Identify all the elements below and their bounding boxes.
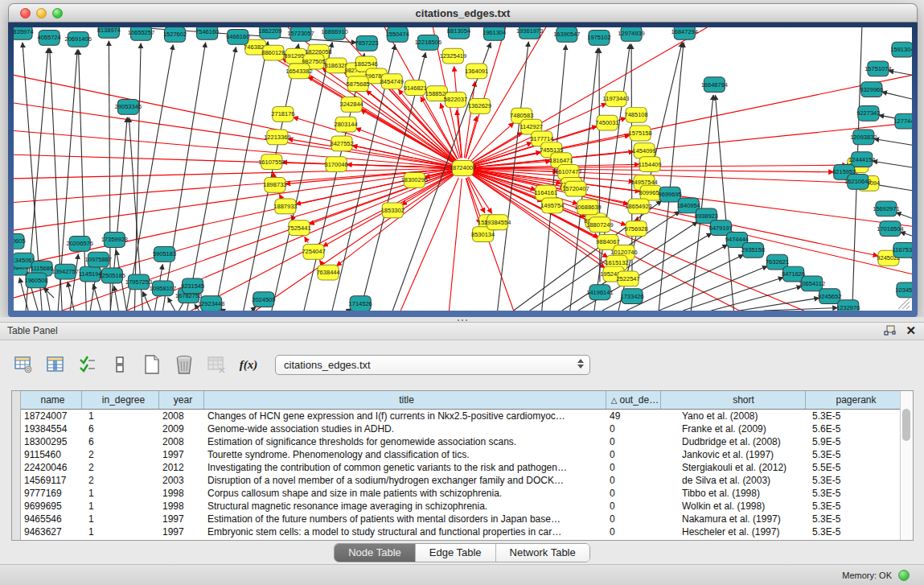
table-cell[interactable]: Wolkin et al. (1998): [661, 500, 806, 513]
network-node[interactable]: 12218506: [415, 35, 441, 50]
network-edge[interactable]: [168, 298, 175, 311]
network-node[interactable]: 9227343: [856, 105, 880, 121]
network-edge[interactable]: [70, 254, 78, 311]
table-cell[interactable]: Yano et al. (2008): [661, 410, 806, 422]
table-cell[interactable]: 0: [606, 500, 661, 513]
table-cell[interactable]: 5.3E-5: [806, 500, 900, 513]
network-node[interactable]: 1550474: [386, 27, 409, 42]
network-node[interactable]: 9245652: [818, 289, 841, 304]
table-cell[interactable]: Embryonic stem cells: a model to study s…: [204, 525, 606, 538]
table-cell[interactable]: Tourette syndrome. Phenomenology and cla…: [204, 448, 606, 461]
network-node[interactable]: 14196141: [586, 285, 613, 300]
network-edge[interactable]: [473, 171, 878, 256]
table-cell[interactable]: 1: [82, 513, 159, 525]
network-node[interactable]: 7525441: [287, 220, 310, 236]
table-cell[interactable]: Jankovic et al. (1997): [661, 448, 806, 461]
table-cell[interactable]: 2: [82, 461, 159, 474]
tab-edge-table[interactable]: Edge Table: [416, 544, 496, 562]
network-edge[interactable]: [114, 286, 119, 311]
table-cell[interactable]: 5.5E-5: [806, 461, 900, 474]
table-cell[interactable]: 9465546: [21, 513, 82, 525]
network-node[interactable]: 1167534: [893, 242, 912, 257]
column-header-title[interactable]: title: [204, 391, 606, 409]
table-cell[interactable]: Stergiakouli et al. (2012): [661, 461, 806, 474]
column-header-year[interactable]: year: [159, 391, 204, 409]
network-edge[interactable]: [252, 307, 257, 311]
column-header-short[interactable]: short: [661, 391, 806, 409]
network-edge[interactable]: [256, 174, 454, 311]
table-cell[interactable]: Nakamura et al. (1997): [661, 513, 806, 525]
table-row[interactable]: 946554611997Estimation of the future num…: [21, 513, 900, 525]
table-cell[interactable]: 1997: [159, 448, 204, 461]
network-node[interactable]: 7485108: [624, 107, 647, 122]
network-edge[interactable]: [472, 27, 708, 163]
network-node[interactable]: 20206576: [67, 237, 93, 252]
network-edge[interactable]: [14, 103, 453, 167]
table-cell[interactable]: 2009: [159, 422, 204, 435]
function-builder-icon[interactable]: f(x): [236, 352, 261, 377]
network-node[interactable]: 9699695: [659, 187, 682, 202]
column-header-out-de-[interactable]: △out_de…: [606, 391, 661, 409]
network-node[interactable]: 12325419: [440, 48, 466, 64]
table-cell[interactable]: 9777169: [21, 487, 82, 500]
window-titlebar[interactable]: citations_edges.txt: [8, 3, 918, 23]
column-header-name[interactable]: name: [21, 391, 82, 409]
network-edge[interactable]: [466, 27, 505, 159]
table-row[interactable]: 1456911722003Disruption of a novel membe…: [21, 474, 900, 487]
network-node[interactable]: 1835974: [14, 27, 34, 39]
network-node[interactable]: 19384554: [484, 215, 511, 230]
network-node[interactable]: 16847294: [671, 27, 698, 39]
network-node[interactable]: 7857223: [355, 35, 379, 51]
row-options-icon[interactable]: [108, 352, 132, 377]
table-row[interactable]: 1830029562008Estimation of significance …: [21, 435, 900, 448]
network-node[interactable]: 2522547: [616, 271, 639, 286]
network-node[interactable]: 11973443: [603, 92, 630, 107]
network-node[interactable]: 1364091: [465, 64, 488, 79]
network-edge[interactable]: [764, 308, 838, 311]
table-cell[interactable]: 5.3E-5: [806, 487, 900, 500]
network-edge[interactable]: [14, 169, 453, 203]
table-cell[interactable]: 19384554: [21, 422, 82, 435]
table-cell[interactable]: Tibbo et al. (1998): [661, 487, 806, 500]
network-node[interactable]: 2718176: [271, 106, 294, 122]
select-attributes-icon[interactable]: [76, 352, 100, 377]
network-node[interactable]: 7254047: [302, 244, 325, 259]
table-cell[interactable]: Changes of HCN gene expression and I(f) …: [204, 410, 606, 422]
table-cell[interactable]: 0: [606, 525, 661, 538]
table-cell[interactable]: 5.9E-5: [806, 435, 900, 448]
table-cell[interactable]: 2: [82, 474, 159, 487]
table-row[interactable]: 946362711997Embryonic stem cells: a mode…: [21, 525, 900, 538]
network-node[interactable]: 6466160: [226, 29, 249, 44]
network-edge[interactable]: [467, 178, 485, 213]
network-canvas[interactable]: 1872400774638228860128891295418226058982…: [14, 27, 912, 311]
table-row[interactable]: 969969511998Structural magnetic resonanc…: [21, 500, 900, 513]
network-node[interactable]: 1975102: [587, 30, 610, 45]
network-node[interactable]: 4055724: [38, 30, 61, 45]
table-row[interactable]: 1938455462009Genome-wide association stu…: [21, 422, 900, 435]
network-edge[interactable]: [449, 179, 462, 311]
table-cell[interactable]: 0: [606, 422, 661, 435]
float-window-icon[interactable]: [884, 325, 896, 336]
column-header-in-degree[interactable]: in_degree: [82, 391, 159, 409]
table-cell[interactable]: 22420046: [21, 461, 82, 474]
network-node[interactable]: 2935158: [741, 242, 765, 257]
network-node[interactable]: 16866910: [321, 27, 347, 39]
table-cell[interactable]: 5.3E-5: [806, 513, 900, 525]
network-node[interactable]: 10655257: [128, 27, 154, 40]
network-edge[interactable]: [14, 154, 452, 167]
network-node[interactable]: 1961304: [483, 27, 506, 40]
table-cell[interactable]: 1: [82, 410, 159, 422]
network-node[interactable]: 8813054: [447, 27, 470, 39]
table-cell[interactable]: 0: [606, 487, 661, 500]
network-node[interactable]: 2803144: [335, 117, 358, 132]
network-node[interactable]: 3170046: [324, 157, 347, 172]
table-cell[interactable]: Estimation of significance thresholds fo…: [204, 435, 606, 448]
table-cell[interactable]: 0: [606, 461, 661, 474]
delete-trash-icon[interactable]: [172, 352, 196, 377]
network-node[interactable]: 2024509: [252, 292, 275, 307]
network-node[interactable]: 2520605: [14, 234, 26, 249]
network-node[interactable]: 12974939: [618, 27, 644, 41]
network-node[interactable]: 12213369: [264, 130, 290, 145]
table-cell[interactable]: 1: [82, 525, 159, 538]
network-node[interactable]: 8860128: [261, 45, 285, 60]
